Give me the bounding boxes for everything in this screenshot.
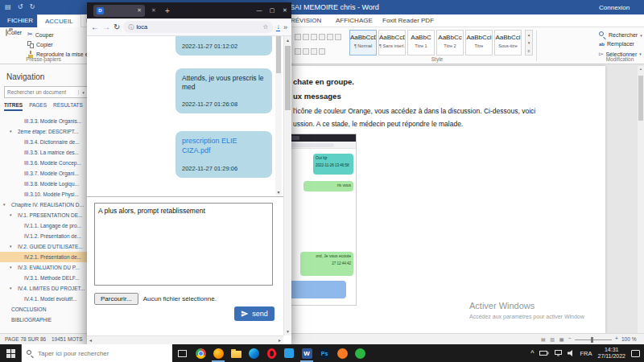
back-button[interactable]: ← [91, 23, 99, 31]
scroll-right-icon[interactable]: ► [278, 338, 282, 343]
page-scrollbar[interactable]: ▲ ▼ [283, 36, 291, 335]
horizontal-scrollbar[interactable]: ◄ ► [87, 335, 283, 344]
document-scrollbar[interactable]: ▲ [638, 66, 644, 333]
action-center-icon[interactable] [631, 350, 640, 357]
reload-button[interactable]: ↻ [114, 23, 120, 31]
style-normal[interactable]: AaBbCcDc ¶ Normal [349, 30, 377, 56]
tab-accueil[interactable]: ACCUEIL [37, 14, 81, 27]
taskbar-app-photoshop[interactable]: Ps [316, 344, 333, 362]
nav-tab-titres[interactable]: TITRES [4, 102, 23, 111]
taskbar-app-xampp[interactable] [333, 344, 351, 362]
taskbar-app-vscode[interactable] [280, 344, 298, 362]
scroll-up-icon[interactable]: ▲ [638, 67, 644, 71]
tab-foxit-reader-pdf[interactable]: Foxit Reader PDF [375, 14, 441, 27]
nav-heading-item[interactable]: III.3.5. La matrice des... [0, 147, 93, 158]
network-icon[interactable] [555, 350, 562, 356]
start-button[interactable] [0, 344, 21, 362]
zoom-slider-thumb[interactable] [591, 337, 593, 343]
taskbar-search-input[interactable] [38, 350, 167, 357]
close-button[interactable]: ✕ [279, 2, 291, 19]
nav-heading-item[interactable]: CONCLUSION [0, 304, 93, 315]
volume-icon[interactable] [568, 350, 574, 356]
maximize-button[interactable]: ▢ [266, 2, 279, 19]
collapse-caret-icon[interactable]: ▾ [10, 283, 12, 294]
taskbar-clock[interactable]: 14:31 27/11/2022 [597, 347, 625, 360]
scroll-up-icon[interactable]: ▲ [284, 38, 291, 43]
navigation-search-input[interactable] [5, 89, 78, 95]
nav-heading-item[interactable]: ▾2ème étape: DESCRIPT... [0, 126, 93, 137]
style-sous-titre[interactable]: AaBbCcl Sous-titre [494, 30, 522, 56]
taskbar-app-opera[interactable] [262, 344, 280, 362]
close-tab-icon[interactable]: ✕ [151, 7, 156, 14]
zoom-out-button[interactable]: − [568, 335, 572, 341]
nav-heading-item[interactable]: III.3.10. Modèle Physi... [0, 189, 93, 200]
nav-heading-item-selected[interactable]: IV.2.1. Présentation de... [0, 252, 93, 262]
scroll-down-icon[interactable]: ▼ [284, 329, 291, 334]
find-button[interactable]: Rechercher ▾ [599, 31, 642, 39]
style-titre[interactable]: AaBbCcl Titre [465, 30, 493, 56]
send-button[interactable]: send [234, 306, 275, 321]
scrollbar-thumb[interactable] [638, 76, 643, 121]
collapse-caret-icon[interactable]: ▾ [3, 200, 6, 210]
message-compose-textarea[interactable]: A plus alors, prompt retablissement [94, 203, 273, 286]
taskbar-app-chrome[interactable] [192, 344, 209, 362]
nav-heading-item[interactable]: ▾IV.4. LIMITES DU PROJET... [0, 283, 93, 294]
task-view-button[interactable] [172, 350, 192, 357]
page-count-status[interactable]: PAGE 78 SUR 86 [5, 336, 46, 342]
style-titre-1[interactable]: AaBbC Titre 1 [407, 30, 435, 56]
battery-icon[interactable] [539, 351, 549, 356]
prescription-file-link[interactable]: prescription ELIE CIZA.pdf [182, 137, 266, 155]
cut-button[interactable]: ✂ Couper [27, 31, 54, 38]
nav-heading-item[interactable]: IV.4.1. Model évolutif... [0, 294, 93, 304]
nav-heading-item[interactable]: IV.1.2. Présentation de... [0, 231, 93, 241]
collapse-caret-icon[interactable]: ▾ [10, 262, 12, 273]
zoom-level[interactable]: 100 % [621, 336, 636, 342]
scroll-left-icon[interactable]: ◄ [89, 338, 93, 343]
chat-scrollbar[interactable]: ▼ [275, 36, 282, 195]
styles-gallery-scroll[interactable]: ▴▾≡ [525, 30, 533, 56]
collapse-caret-icon[interactable]: ▾ [10, 210, 12, 220]
downloads-icon[interactable]: ↓ [276, 23, 280, 31]
browser-active-tab[interactable]: D ✕ [93, 5, 145, 17]
word-count-status[interactable]: 19451 MOTS [52, 336, 83, 342]
tray-expand-icon[interactable]: ^ [530, 349, 534, 357]
language-indicator[interactable]: FRA [580, 350, 592, 357]
nav-heading-item[interactable]: III.3.8. Modèle Logiqu... [0, 179, 93, 189]
browser-tab[interactable]: ✕ [145, 5, 163, 17]
style-sans-interligne[interactable]: AaBbCcDc ¶ Sans interl... [378, 30, 406, 56]
nav-heading-item[interactable]: ▾Chapitre IV. REALISATION D... [0, 200, 93, 210]
new-tab-button[interactable]: + [165, 6, 170, 15]
nav-tab-pages[interactable]: PAGES [29, 102, 47, 111]
forward-button[interactable]: → [102, 23, 110, 31]
replace-button[interactable]: ab Remplacer [599, 41, 634, 47]
nav-tab-resultats[interactable]: RÉSULTATS [53, 102, 83, 111]
collapse-caret-icon[interactable]: ▾ [10, 241, 12, 252]
nav-heading-item[interactable]: III.3.6. Modèle Concep... [0, 158, 93, 168]
nav-heading-item[interactable]: IV.3.1. Méthode DELF... [0, 273, 93, 283]
nav-heading-item[interactable]: ▾IV.2. GUIDE D'UTILISATE... [0, 241, 93, 252]
nav-heading-item[interactable]: IV.1.1. Langage de pro... [0, 220, 93, 231]
scrollbar-thumb[interactable] [285, 46, 291, 110]
nav-heading-item[interactable]: III.3.4. Dictionnaire de... [0, 137, 93, 147]
nav-heading-item[interactable]: ▾IV.1. PRESENTATION DE... [0, 210, 93, 220]
taskbar-app-whatsapp[interactable] [351, 344, 369, 362]
copy-button[interactable]: Copier [27, 41, 53, 48]
nav-heading-item[interactable]: BIBLIOGRAPHIE [0, 315, 93, 325]
scrollbar-thumb[interactable] [276, 36, 281, 73]
site-info-icon[interactable]: ⓘ [128, 23, 134, 31]
taskbar-app-file-explorer[interactable] [227, 344, 245, 362]
nav-heading-item[interactable]: III.3.7. Modèle Organi... [0, 168, 93, 179]
taskbar-search-box[interactable] [21, 344, 172, 362]
zoom-in-button[interactable]: + [615, 335, 618, 341]
bookmark-star-icon[interactable]: ☆ [262, 23, 268, 31]
tab-fichier[interactable]: FICHIER [0, 14, 40, 27]
quick-access-toolbar-icons[interactable]: ▤ ↺ ↻ [5, 3, 37, 10]
tab-affichage[interactable]: AFFICHAGE [328, 14, 380, 27]
scroll-down-icon[interactable]: ▼ [275, 190, 282, 195]
browse-file-button[interactable]: Parcourir... [94, 293, 138, 305]
nav-heading-item[interactable]: III.3.3. Modèle Organis... [0, 116, 93, 126]
zoom-slider[interactable] [575, 339, 612, 340]
taskbar-app-edge[interactable] [245, 344, 262, 362]
close-tab-icon[interactable]: ✕ [137, 7, 142, 14]
style-titre-2[interactable]: AaBbCc Titre 2 [436, 30, 464, 56]
